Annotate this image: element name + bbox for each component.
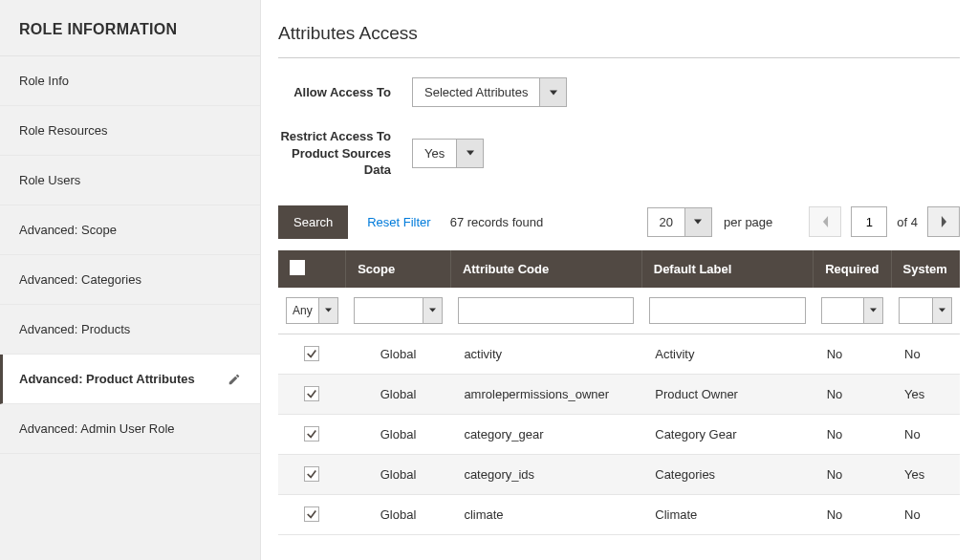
cell-code: climate — [450, 494, 641, 534]
allow-access-value: Selected Attributes — [413, 78, 539, 106]
sidebar-item-label: Advanced: Categories — [19, 272, 141, 287]
next-page-button[interactable] — [927, 206, 960, 237]
table-row[interactable]: Global category_ids Categories No Yes — [278, 454, 960, 494]
sidebar-item-advanced-scope[interactable]: Advanced: Scope — [0, 205, 260, 255]
cell-label: Product Owner — [641, 374, 813, 414]
filter-check-select[interactable]: Any — [286, 297, 338, 324]
chevron-down-icon — [423, 298, 442, 323]
col-header-scope[interactable]: Scope — [346, 250, 451, 288]
filter-required-select[interactable] — [821, 297, 883, 324]
chevron-down-icon — [456, 140, 483, 167]
filter-system-select[interactable] — [899, 297, 952, 324]
col-header-code[interactable]: Attribute Code — [450, 250, 641, 288]
col-header-system[interactable]: System — [891, 250, 960, 288]
col-header-check — [278, 250, 346, 288]
select-all-checkbox[interactable] — [290, 260, 305, 275]
filter-code-input[interactable] — [458, 297, 634, 324]
col-header-label[interactable]: Default Label — [641, 250, 813, 288]
cell-scope: Global — [346, 334, 451, 374]
sidebar-item-label: Role Info — [19, 74, 69, 88]
sidebar-item-advanced-categories[interactable]: Advanced: Categories — [0, 255, 260, 305]
cell-label: Activity — [641, 334, 813, 374]
row-checkbox[interactable] — [304, 426, 319, 442]
chevron-down-icon — [318, 298, 337, 323]
allow-access-label: Allow Access To — [278, 84, 412, 101]
cell-scope: Global — [346, 494, 451, 534]
chevron-down-icon — [684, 208, 711, 236]
cell-code: category_gear — [450, 414, 641, 454]
cell-label: Categories — [641, 454, 813, 494]
chevron-down-icon — [932, 298, 951, 323]
filter-scope-select[interactable] — [354, 297, 444, 324]
filter-label-input[interactable] — [649, 297, 805, 324]
sidebar-item-role-users[interactable]: Role Users — [0, 156, 260, 205]
sidebar-item-role-info[interactable]: Role Info — [0, 56, 260, 106]
cell-required: No — [814, 454, 891, 494]
cell-scope: Global — [346, 454, 451, 494]
sidebar-item-label: Advanced: Admin User Role — [19, 421, 175, 436]
cell-required: No — [814, 494, 891, 534]
sidebar-item-advanced-product-attributes[interactable]: Advanced: Product Attributes — [0, 355, 260, 404]
row-checkbox[interactable] — [304, 466, 319, 482]
sidebar-item-advanced-products[interactable]: Advanced: Products — [0, 305, 260, 355]
cell-code: category_ids — [450, 454, 641, 494]
sidebar: ROLE INFORMATION Role Info Role Resource… — [0, 0, 261, 560]
cell-scope: Global — [346, 414, 451, 454]
page-size-value: 20 — [648, 208, 684, 236]
sidebar-item-label: Advanced: Scope — [19, 223, 117, 237]
sidebar-item-role-resources[interactable]: Role Resources — [0, 106, 260, 156]
per-page-label: per page — [724, 215, 772, 229]
edit-icon — [228, 373, 241, 386]
search-button[interactable]: Search — [278, 205, 348, 239]
row-checkbox[interactable] — [304, 346, 319, 361]
prev-page-button[interactable] — [809, 206, 841, 237]
sidebar-item-advanced-admin-user-role[interactable]: Advanced: Admin User Role — [0, 404, 260, 454]
cell-label: Category Gear — [641, 414, 813, 454]
cell-code: activity — [450, 334, 641, 374]
of-total-label: of 4 — [897, 215, 918, 229]
chevron-down-icon — [863, 298, 882, 323]
grid-toolbar: Search Reset Filter 67 records found 20 … — [278, 205, 960, 239]
chevron-down-icon — [539, 78, 566, 106]
filter-check-value: Any — [287, 298, 318, 323]
table-row[interactable]: Global activity Activity No No — [278, 334, 960, 374]
cell-required: No — [814, 374, 891, 414]
page-size-select[interactable]: 20 — [647, 207, 712, 237]
allow-access-select[interactable]: Selected Attributes — [412, 77, 567, 107]
cell-system: Yes — [891, 374, 960, 414]
page-title: Attributes Access — [278, 23, 960, 58]
sidebar-item-label: Role Resources — [19, 123, 108, 138]
cell-scope: Global — [346, 374, 451, 414]
sidebar-item-label: Advanced: Products — [19, 322, 130, 336]
restrict-access-value: Yes — [413, 140, 456, 167]
reset-filter-link[interactable]: Reset Filter — [367, 215, 430, 229]
table-row[interactable]: Global amrolepermissions_owner Product O… — [278, 374, 960, 414]
cell-system: No — [891, 494, 960, 534]
table-row[interactable]: Global category_gear Category Gear No No — [278, 414, 960, 454]
main-content: Attributes Access Allow Access To Select… — [261, 0, 977, 560]
cell-system: Yes — [891, 454, 960, 494]
restrict-access-label: Restrict Access To Product Sources Data — [278, 128, 412, 179]
cell-system: No — [891, 414, 960, 454]
cell-label: Climate — [641, 494, 813, 534]
sidebar-item-label: Role Users — [19, 173, 80, 187]
table-row[interactable]: Global climate Climate No No — [278, 494, 960, 534]
sidebar-title: ROLE INFORMATION — [0, 0, 260, 56]
attributes-grid: Scope Attribute Code Default Label Requi… — [278, 250, 960, 535]
cell-required: No — [814, 414, 891, 454]
row-checkbox[interactable] — [304, 386, 319, 401]
sidebar-item-label: Advanced: Product Attributes — [19, 372, 195, 386]
cell-code: amrolepermissions_owner — [450, 374, 641, 414]
records-found: 67 records found — [450, 215, 544, 229]
cell-required: No — [814, 334, 891, 374]
row-checkbox[interactable] — [304, 506, 319, 522]
restrict-access-select[interactable]: Yes — [412, 139, 484, 168]
col-header-required[interactable]: Required — [814, 250, 891, 288]
current-page-input[interactable] — [851, 206, 887, 237]
filter-row: Any — [278, 288, 960, 334]
cell-system: No — [891, 334, 960, 374]
